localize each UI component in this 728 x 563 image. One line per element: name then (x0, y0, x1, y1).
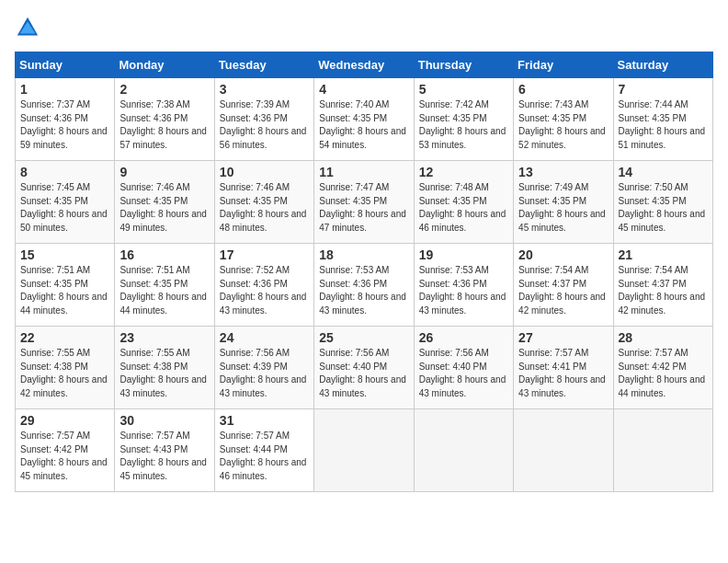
day-info: Sunrise: 7:43 AMSunset: 4:35 PMDaylight:… (518, 99, 606, 150)
day-number: 8 (20, 165, 109, 179)
day-info: Sunrise: 7:57 AMSunset: 4:44 PMDaylight:… (220, 431, 307, 481)
day-info: Sunrise: 7:42 AMSunset: 4:35 PMDaylight:… (419, 99, 506, 150)
day-info: Sunrise: 7:37 AMSunset: 4:36 PMDaylight:… (20, 99, 108, 150)
weekday-header: Saturday (613, 52, 712, 78)
weekday-header: Sunday (16, 52, 115, 78)
day-number: 4 (319, 82, 408, 97)
calendar-cell: 29Sunrise: 7:57 AMSunset: 4:42 PMDayligh… (16, 409, 115, 492)
calendar-cell: 3Sunrise: 7:39 AMSunset: 4:36 PMDaylight… (214, 78, 313, 161)
calendar-cell: 25Sunrise: 7:56 AMSunset: 4:40 PMDayligh… (314, 327, 414, 409)
day-info: Sunrise: 7:53 AMSunset: 4:36 PMDaylight:… (319, 265, 406, 316)
calendar-week-row: 29Sunrise: 7:57 AMSunset: 4:42 PMDayligh… (16, 409, 713, 492)
day-info: Sunrise: 7:38 AMSunset: 4:36 PMDaylight:… (119, 99, 207, 150)
day-number: 9 (119, 165, 209, 179)
weekday-header: Wednesday (314, 52, 414, 78)
day-info: Sunrise: 7:51 AMSunset: 4:35 PMDaylight:… (119, 265, 207, 316)
calendar-cell (514, 409, 613, 492)
calendar-cell: 12Sunrise: 7:48 AMSunset: 4:35 PMDayligh… (414, 161, 513, 244)
day-number: 26 (419, 330, 508, 345)
calendar-cell: 26Sunrise: 7:56 AMSunset: 4:40 PMDayligh… (414, 327, 513, 409)
day-info: Sunrise: 7:54 AMSunset: 4:37 PMDaylight:… (619, 265, 706, 316)
logo (15, 15, 44, 40)
day-info: Sunrise: 7:45 AMSunset: 4:35 PMDaylight:… (20, 182, 108, 233)
day-number: 1 (20, 82, 109, 97)
calendar-cell: 13Sunrise: 7:49 AMSunset: 4:35 PMDayligh… (514, 161, 613, 244)
weekday-header: Friday (514, 52, 613, 78)
day-number: 22 (20, 330, 109, 345)
day-number: 2 (119, 82, 209, 97)
day-number: 23 (119, 330, 209, 345)
day-number: 15 (20, 247, 109, 262)
day-number: 28 (619, 330, 708, 345)
weekday-header: Monday (115, 52, 214, 78)
day-number: 13 (518, 165, 608, 179)
calendar-cell: 10Sunrise: 7:46 AMSunset: 4:35 PMDayligh… (214, 161, 313, 244)
day-info: Sunrise: 7:50 AMSunset: 4:35 PMDaylight:… (619, 182, 706, 233)
day-info: Sunrise: 7:55 AMSunset: 4:38 PMDaylight:… (119, 348, 207, 398)
day-info: Sunrise: 7:44 AMSunset: 4:35 PMDaylight:… (619, 99, 706, 150)
calendar-week-row: 22Sunrise: 7:55 AMSunset: 4:38 PMDayligh… (16, 327, 713, 409)
day-info: Sunrise: 7:47 AMSunset: 4:35 PMDaylight:… (319, 182, 406, 233)
day-info: Sunrise: 7:57 AMSunset: 4:42 PMDaylight:… (619, 348, 706, 398)
calendar-cell: 1Sunrise: 7:37 AMSunset: 4:36 PMDaylight… (16, 78, 115, 161)
calendar-cell: 24Sunrise: 7:56 AMSunset: 4:39 PMDayligh… (214, 327, 313, 409)
day-info: Sunrise: 7:49 AMSunset: 4:35 PMDaylight:… (518, 182, 606, 233)
day-number: 29 (20, 413, 109, 428)
calendar-cell: 31Sunrise: 7:57 AMSunset: 4:44 PMDayligh… (214, 409, 313, 492)
calendar-cell: 5Sunrise: 7:42 AMSunset: 4:35 PMDaylight… (414, 78, 513, 161)
calendar-table: SundayMondayTuesdayWednesdayThursdayFrid… (15, 52, 713, 492)
calendar-cell: 15Sunrise: 7:51 AMSunset: 4:35 PMDayligh… (16, 244, 115, 327)
calendar-cell: 18Sunrise: 7:53 AMSunset: 4:36 PMDayligh… (314, 244, 414, 327)
calendar-cell: 17Sunrise: 7:52 AMSunset: 4:36 PMDayligh… (214, 244, 313, 327)
page-header (15, 15, 713, 40)
weekday-header: Thursday (414, 52, 513, 78)
calendar-week-row: 15Sunrise: 7:51 AMSunset: 4:35 PMDayligh… (16, 244, 713, 327)
calendar-cell: 22Sunrise: 7:55 AMSunset: 4:38 PMDayligh… (16, 327, 115, 409)
day-number: 7 (619, 82, 708, 97)
calendar-cell: 11Sunrise: 7:47 AMSunset: 4:35 PMDayligh… (314, 161, 414, 244)
calendar-week-row: 8Sunrise: 7:45 AMSunset: 4:35 PMDaylight… (16, 161, 713, 244)
day-number: 10 (220, 165, 309, 179)
day-info: Sunrise: 7:57 AMSunset: 4:41 PMDaylight:… (518, 348, 606, 398)
day-info: Sunrise: 7:46 AMSunset: 4:35 PMDaylight:… (119, 182, 207, 233)
weekday-header: Tuesday (214, 52, 313, 78)
day-info: Sunrise: 7:54 AMSunset: 4:37 PMDaylight:… (518, 265, 606, 316)
calendar-cell: 6Sunrise: 7:43 AMSunset: 4:35 PMDaylight… (514, 78, 613, 161)
calendar-cell: 19Sunrise: 7:53 AMSunset: 4:36 PMDayligh… (414, 244, 513, 327)
day-info: Sunrise: 7:55 AMSunset: 4:38 PMDaylight:… (20, 348, 108, 398)
day-info: Sunrise: 7:53 AMSunset: 4:36 PMDaylight:… (419, 265, 506, 316)
day-info: Sunrise: 7:48 AMSunset: 4:35 PMDaylight:… (419, 182, 506, 233)
day-number: 12 (419, 165, 508, 179)
day-number: 3 (220, 82, 309, 97)
day-number: 16 (119, 247, 209, 262)
calendar-cell: 4Sunrise: 7:40 AMSunset: 4:35 PMDaylight… (314, 78, 414, 161)
day-info: Sunrise: 7:40 AMSunset: 4:35 PMDaylight:… (319, 99, 406, 150)
calendar-cell: 23Sunrise: 7:55 AMSunset: 4:38 PMDayligh… (115, 327, 214, 409)
logo-icon (15, 15, 40, 40)
calendar-week-row: 1Sunrise: 7:37 AMSunset: 4:36 PMDaylight… (16, 78, 713, 161)
day-info: Sunrise: 7:52 AMSunset: 4:36 PMDaylight:… (220, 265, 307, 316)
day-info: Sunrise: 7:56 AMSunset: 4:39 PMDaylight:… (220, 348, 307, 398)
day-number: 30 (119, 413, 209, 428)
calendar-header-row: SundayMondayTuesdayWednesdayThursdayFrid… (16, 52, 713, 78)
day-number: 6 (518, 82, 608, 97)
calendar-cell: 8Sunrise: 7:45 AMSunset: 4:35 PMDaylight… (16, 161, 115, 244)
calendar-cell (314, 409, 414, 492)
day-info: Sunrise: 7:57 AMSunset: 4:43 PMDaylight:… (119, 431, 207, 481)
day-info: Sunrise: 7:39 AMSunset: 4:36 PMDaylight:… (220, 99, 307, 150)
calendar-cell: 28Sunrise: 7:57 AMSunset: 4:42 PMDayligh… (613, 327, 712, 409)
day-number: 11 (319, 165, 408, 179)
day-number: 14 (619, 165, 708, 179)
day-number: 25 (319, 330, 408, 345)
calendar-cell: 27Sunrise: 7:57 AMSunset: 4:41 PMDayligh… (514, 327, 613, 409)
calendar-cell (414, 409, 513, 492)
day-number: 21 (619, 247, 708, 262)
day-number: 24 (220, 330, 309, 345)
calendar-body: 1Sunrise: 7:37 AMSunset: 4:36 PMDaylight… (16, 78, 713, 492)
day-info: Sunrise: 7:57 AMSunset: 4:42 PMDaylight:… (20, 431, 108, 481)
day-number: 19 (419, 247, 508, 262)
day-info: Sunrise: 7:56 AMSunset: 4:40 PMDaylight:… (419, 348, 506, 398)
day-number: 31 (220, 413, 309, 428)
calendar-cell: 2Sunrise: 7:38 AMSunset: 4:36 PMDaylight… (115, 78, 214, 161)
day-info: Sunrise: 7:56 AMSunset: 4:40 PMDaylight:… (319, 348, 406, 398)
